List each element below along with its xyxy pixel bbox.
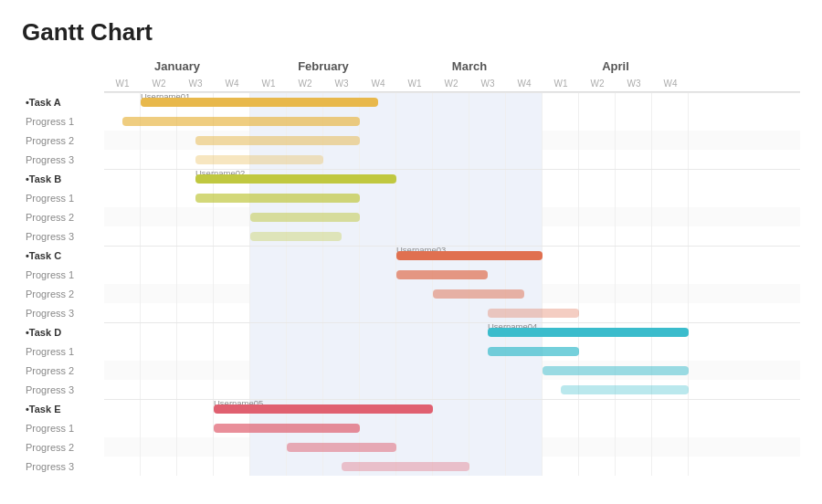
grid-cell: [433, 170, 469, 189]
progress-label: Progress 3: [22, 457, 104, 476]
chart-area: •Task AProgress 1Progress 2Progress 3•Ta…: [22, 56, 800, 495]
week-cell: W2: [579, 76, 616, 91]
grid-cell: [214, 150, 250, 169]
grid-progress-row: [104, 418, 800, 437]
grid-cell: [104, 131, 141, 150]
grid-cell: [579, 111, 616, 131]
grid-cell: [177, 226, 214, 246]
grid-cell: [616, 418, 652, 437]
grid-cell: [396, 131, 433, 150]
grid-cell: [287, 131, 323, 150]
grid-cell: [323, 188, 360, 207]
grid-cell: [506, 341, 543, 361]
grid-cell: [141, 265, 177, 284]
grid-cell: [652, 265, 689, 284]
grid-task-row: [104, 246, 800, 265]
grid-cell: [287, 284, 323, 303]
grid-progress-row: [104, 457, 800, 476]
grid-cell: [323, 131, 360, 150]
task-label: •Task B: [22, 169, 104, 188]
grid-cell: [323, 341, 360, 361]
grid-cell: [652, 361, 689, 380]
grid-cell: [616, 131, 652, 150]
grid-cell: [579, 323, 616, 342]
grid-cell: [433, 111, 469, 131]
grid-cell: [250, 131, 287, 150]
grid-cell: [433, 188, 469, 207]
grid-cell: [104, 361, 141, 380]
grid-cell: [104, 226, 141, 246]
grid-cell: [287, 341, 323, 361]
grid-cell: [579, 131, 616, 150]
progress-label: Progress 3: [22, 226, 104, 246]
grid-cell: [250, 380, 287, 399]
grid-cell: [287, 111, 323, 131]
grid-cell: [433, 131, 469, 150]
grid-cell: [469, 93, 506, 112]
grid-cell: [396, 188, 433, 207]
grid-cell: [141, 437, 177, 457]
grid-cell: [652, 341, 689, 361]
grid-progress-row: [104, 265, 800, 284]
grid-cell: [177, 380, 214, 399]
grid-cell: [141, 226, 177, 246]
grid-cell: [396, 226, 433, 246]
grid-progress-row: [104, 380, 800, 399]
grid-cell: [506, 380, 543, 399]
week-cell: W1: [250, 76, 287, 91]
grid-cell: [250, 323, 287, 342]
grid-cell: [104, 247, 141, 266]
grid-cell: [396, 380, 433, 399]
grid-cell: [360, 400, 396, 419]
task-label: •Task D: [22, 322, 104, 341]
grid-cell: [543, 380, 579, 399]
grid-cell: [323, 303, 360, 322]
grid-cell: [506, 226, 543, 246]
grid-cell: [323, 457, 360, 476]
grid-cell: [616, 361, 652, 380]
page: Gantt Chart •Task AProgress 1Progress 2P…: [0, 0, 822, 504]
grid-cell: [579, 265, 616, 284]
grid-cell: [104, 380, 141, 399]
month-cell: March: [396, 56, 543, 76]
month-cell: April: [543, 56, 689, 76]
progress-label: Progress 3: [22, 303, 104, 322]
grid-cell: [287, 93, 323, 112]
grid-cell: [287, 400, 323, 419]
grid-cell: [543, 418, 579, 437]
grid-progress-row: [104, 361, 800, 380]
grid-cell: [287, 265, 323, 284]
grid-cell: [616, 380, 652, 399]
grid-cell: [506, 188, 543, 207]
grid-cell: [287, 457, 323, 476]
grid-cell: [287, 303, 323, 322]
grid-cell: [360, 131, 396, 150]
grid-cell: [250, 150, 287, 169]
grid-cell: [214, 437, 250, 457]
grid-cell: [396, 457, 433, 476]
grid-progress-row: [104, 111, 800, 131]
grid-cell: [396, 265, 433, 284]
progress-label: Progress 2: [22, 131, 104, 150]
grid-progress-row: [104, 341, 800, 361]
grid-cell: [287, 323, 323, 342]
grid-cell: [104, 111, 141, 131]
week-cell: W4: [506, 76, 543, 91]
grid-cell: [543, 226, 579, 246]
grid-cell: [579, 284, 616, 303]
grid-cell: [250, 400, 287, 419]
grid-cell: [177, 265, 214, 284]
grid-cell: [543, 188, 579, 207]
grid-cell: [177, 303, 214, 322]
progress-label: Progress 1: [22, 188, 104, 207]
grid-progress-row: [104, 188, 800, 207]
grid-cell: [506, 303, 543, 322]
grid-cell: [214, 111, 250, 131]
grid-cell: [543, 207, 579, 226]
grid-cell: [469, 361, 506, 380]
grid-cell: [543, 361, 579, 380]
grid-cell: [360, 150, 396, 169]
grid-cell: [616, 247, 652, 266]
grid-cell: [396, 303, 433, 322]
grid-cell: [177, 437, 214, 457]
